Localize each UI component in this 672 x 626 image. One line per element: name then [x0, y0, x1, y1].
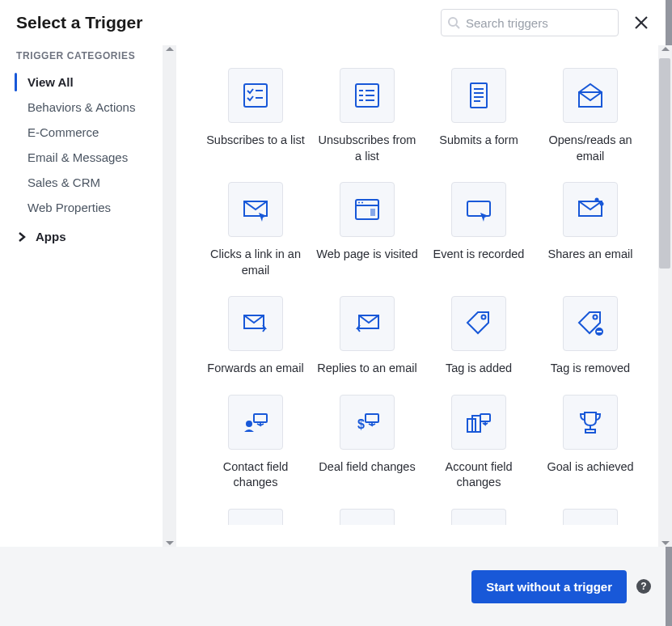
record-play-icon	[451, 182, 506, 237]
trigger-label: Tag is removed	[551, 361, 630, 377]
start-without-trigger-button[interactable]: Start without a trigger	[471, 570, 627, 603]
chevron-right-icon	[16, 231, 27, 243]
scrollbar-thumb[interactable]	[659, 58, 670, 269]
category-label: Behaviors & Actions	[27, 100, 135, 114]
trigger-box-peek	[563, 509, 618, 525]
apps-label: Apps	[36, 230, 66, 243]
category-label: View All	[27, 75, 74, 89]
trigger-item[interactable]: Tag is removed	[539, 296, 642, 377]
main-scrollbar[interactable]	[658, 45, 672, 547]
envelope-cursor-icon	[228, 182, 283, 237]
trigger-item[interactable]: Web page is visited	[315, 182, 419, 278]
trigger-item[interactable]: Shares an email	[539, 182, 642, 278]
tag-icon	[451, 296, 506, 351]
category-email-messages[interactable]: Email & Messages	[0, 145, 176, 170]
trigger-label: Submits a form	[439, 133, 518, 149]
trigger-box-peek	[451, 509, 506, 525]
envelope-forward-icon	[228, 296, 283, 351]
trigger-item[interactable]: Submits a form	[427, 68, 530, 164]
sidebar-heading: TRIGGER CATEGORIES	[0, 50, 176, 70]
trigger-item[interactable]: Event is recorded	[427, 182, 530, 278]
close-button[interactable]	[630, 11, 653, 34]
trigger-label: Web page is visited	[316, 247, 417, 263]
category-label: Sales & CRM	[27, 176, 100, 189]
category-view-all[interactable]: View All	[0, 70, 176, 95]
search-field-wrap	[441, 9, 619, 36]
category-label: Email & Messages	[27, 150, 128, 164]
trigger-scroll[interactable]: Subscribes to a listUnsubscribes from a …	[176, 45, 658, 547]
trigger-item[interactable]: Opens/reads an email	[539, 68, 642, 164]
category-ecommerce[interactable]: E-Commerce	[0, 120, 176, 145]
trigger-label: Tag is added	[446, 361, 512, 377]
trigger-label: Clicks a link in an email	[204, 247, 307, 278]
modal-title: Select a Trigger	[16, 13, 142, 32]
browser-icon	[340, 182, 395, 237]
contact-field-icon	[228, 395, 283, 450]
trigger-item[interactable]: Account field changes	[427, 395, 530, 491]
trigger-label: Account field changes	[427, 459, 530, 491]
svg-point-0	[449, 18, 457, 26]
trigger-label: Opens/reads an email	[539, 133, 642, 164]
category-behaviors-actions[interactable]: Behaviors & Actions	[0, 95, 176, 120]
trigger-label: Shares an email	[548, 247, 633, 263]
trigger-label: Goal is achieved	[547, 459, 633, 476]
trigger-label: Deal field changes	[319, 459, 415, 476]
category-list: View All Behaviors & Actions E-Commerce …	[0, 70, 176, 220]
category-label: Web Properties	[27, 201, 111, 214]
checklist-icon	[228, 68, 283, 123]
document-icon	[451, 68, 506, 123]
modal-footer: Start without a trigger ?	[0, 547, 672, 626]
trigger-item[interactable]: Goal is achieved	[539, 395, 642, 491]
modal-header: Select a Trigger	[0, 0, 672, 45]
modal-body: TRIGGER CATEGORIES View All Behaviors & …	[0, 45, 672, 547]
trigger-box-peek	[340, 509, 395, 525]
trigger-selection-modal: Select a Trigger TRIGGER CATE	[0, 0, 672, 626]
trigger-item[interactable]: Replies to an email	[315, 296, 419, 377]
category-sales-crm[interactable]: Sales & CRM	[0, 170, 176, 195]
trigger-label: Replies to an email	[317, 361, 416, 377]
scroll-down-icon	[166, 541, 174, 545]
trophy-icon	[563, 395, 618, 450]
category-label: E-Commerce	[27, 125, 99, 139]
sidebar-apps[interactable]: Apps	[0, 220, 176, 249]
trigger-item[interactable]: Clicks a link in an email	[204, 182, 307, 278]
trigger-item[interactable]: Tag is added	[427, 296, 530, 377]
header-controls	[441, 9, 662, 36]
svg-line-1	[456, 25, 459, 28]
deal-field-icon	[340, 395, 395, 450]
trigger-grid: Subscribes to a listUnsubscribes from a …	[204, 68, 640, 525]
scroll-down-icon	[661, 541, 670, 545]
trigger-label: Forwards an email	[207, 361, 303, 377]
help-icon[interactable]: ?	[636, 579, 651, 594]
sidebar: TRIGGER CATEGORIES View All Behaviors & …	[0, 45, 176, 547]
trigger-item[interactable]: Forwards an email	[204, 296, 307, 377]
trigger-panel: Subscribes to a listUnsubscribes from a …	[176, 45, 672, 547]
checklist-dash-icon	[340, 68, 395, 123]
sidebar-scrollbar[interactable]	[163, 45, 176, 547]
scroll-up-icon	[661, 47, 670, 51]
trigger-label: Unsubscribes from a list	[315, 133, 419, 164]
trigger-item[interactable]: Contact field changes	[204, 395, 307, 491]
trigger-item[interactable]: Subscribes to a list	[204, 68, 307, 164]
scroll-up-icon	[166, 47, 174, 51]
tag-remove-icon	[563, 296, 618, 351]
trigger-label: Event is recorded	[433, 247, 525, 263]
search-icon	[447, 16, 460, 29]
envelope-reply-icon	[340, 296, 395, 351]
trigger-label: Subscribes to a list	[206, 133, 305, 149]
envelope-share-icon	[563, 182, 618, 237]
account-field-icon	[451, 395, 506, 450]
category-web-properties[interactable]: Web Properties	[0, 195, 176, 220]
trigger-box-peek	[228, 509, 283, 525]
envelope-open-icon	[563, 68, 618, 123]
trigger-item[interactable]: Unsubscribes from a list	[315, 68, 419, 164]
search-input[interactable]	[441, 9, 619, 36]
trigger-label: Contact field changes	[204, 459, 307, 491]
trigger-item[interactable]: Deal field changes	[315, 395, 419, 491]
